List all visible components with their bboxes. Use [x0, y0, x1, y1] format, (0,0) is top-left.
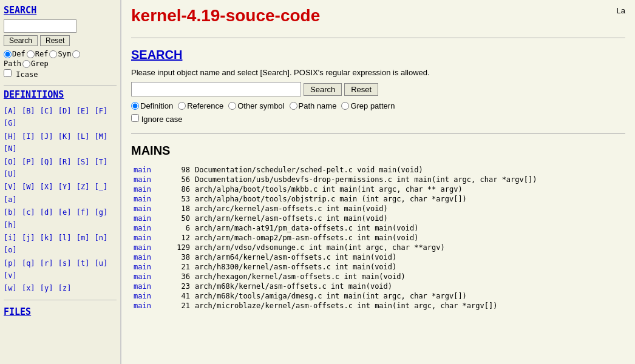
alpha-link[interactable]: [C] [40, 107, 53, 115]
result-link[interactable]: main [134, 195, 151, 203]
alpha-link[interactable]: [A] [4, 107, 17, 115]
sidebar-radio-path[interactable] [72, 50, 80, 58]
result-link[interactable]: main [134, 302, 151, 310]
sidebar-reset-button[interactable]: Reset [40, 35, 70, 46]
alpha-link[interactable]: [Z] [76, 183, 90, 191]
result-link[interactable]: main [134, 292, 151, 300]
alpha-link[interactable]: [M] [95, 132, 108, 141]
alpha-link[interactable]: [J] [40, 132, 53, 141]
result-link[interactable]: main [134, 204, 151, 213]
mains-title: MAINS [131, 144, 625, 158]
alpha-link[interactable]: [H] [4, 132, 17, 141]
result-link[interactable]: main [134, 272, 151, 281]
result-link[interactable]: main [134, 234, 151, 242]
result-link[interactable]: main [134, 166, 151, 174]
sidebar-definitions-title[interactable]: DEFINITIONS [4, 89, 117, 100]
alpha-link[interactable]: [R] [58, 158, 72, 166]
result-path: arch/hexagon/kernel/asm-offsets.c int ma… [192, 272, 625, 281]
alpha-link[interactable]: [V] [4, 183, 17, 191]
alpha-link[interactable]: [k] [40, 234, 53, 242]
alpha-link[interactable]: [L] [76, 132, 90, 141]
alpha-link[interactable]: [P] [22, 158, 35, 166]
alpha-link[interactable]: [Q] [40, 158, 53, 166]
main-radio-reference[interactable]: Reference [178, 101, 223, 110]
alpha-link[interactable]: [y] [40, 284, 53, 292]
alpha-link[interactable]: [N] [4, 144, 17, 153]
sidebar-search-button[interactable]: Search [4, 35, 38, 46]
alpha-link[interactable]: [r] [40, 259, 53, 268]
table-row: main86arch/alpha/boot/tools/mkbb.c int m… [131, 184, 625, 194]
main-radio-path[interactable]: Path name [290, 101, 337, 110]
main-search-button[interactable]: Search [304, 83, 342, 96]
alpha-link[interactable]: [W] [22, 183, 35, 191]
alpha-link[interactable]: [i] [4, 234, 17, 242]
sidebar-radio-ref[interactable]: Ref [27, 50, 49, 58]
sidebar-search-title[interactable]: SEARCH [4, 5, 117, 16]
alpha-link[interactable]: [s] [58, 259, 72, 268]
alpha-link[interactable]: [p] [4, 259, 17, 268]
alpha-link[interactable]: [g] [95, 208, 108, 217]
result-path: arch/arm/vdso/vdsomunge.c int main(int a… [192, 243, 625, 252]
alpha-link[interactable]: [w] [4, 284, 17, 292]
alpha-link[interactable]: [l] [58, 234, 72, 242]
alpha-link[interactable]: [F] [95, 107, 108, 115]
alpha-link[interactable]: [T] [95, 158, 108, 166]
sidebar-icase-label[interactable]: Icase [4, 69, 38, 79]
alpha-link[interactable]: [d] [40, 208, 53, 217]
alpha-link[interactable]: [b] [4, 208, 17, 217]
sidebar-radio-sym[interactable]: Sym [49, 50, 71, 58]
alpha-link[interactable]: [B] [22, 107, 35, 115]
result-num: 38 [165, 252, 192, 262]
alpha-link[interactable]: [Y] [58, 183, 72, 191]
result-link[interactable]: main [134, 253, 151, 261]
sidebar-search-input[interactable] [4, 19, 76, 33]
alpha-link[interactable]: [c] [22, 208, 35, 217]
result-link[interactable]: main [134, 214, 151, 223]
alpha-link[interactable]: [X] [40, 183, 53, 191]
alpha-link[interactable]: [G] [4, 119, 17, 127]
alpha-link[interactable]: [D] [58, 107, 72, 115]
main-search-title[interactable]: SEARCH [131, 48, 625, 62]
result-link[interactable]: main [134, 175, 151, 184]
alpha-link[interactable]: [v] [4, 271, 17, 280]
result-link[interactable]: main [134, 282, 151, 291]
sidebar-icase-checkbox[interactable] [4, 69, 12, 77]
result-link[interactable]: main [134, 263, 151, 271]
main-radio-grep[interactable]: Grep pattern [341, 101, 395, 110]
main-radio-definition[interactable]: Definition [131, 101, 173, 110]
alpha-link[interactable]: [o] [4, 246, 17, 254]
alpha-link[interactable]: [m] [76, 234, 90, 242]
result-link[interactable]: main [134, 243, 151, 252]
alpha-link[interactable]: [t] [76, 259, 90, 268]
alpha-link[interactable]: [a] [4, 195, 17, 204]
alpha-link[interactable]: [u] [95, 259, 108, 268]
main-reset-button[interactable]: Reset [344, 83, 378, 96]
sidebar-radio-grep[interactable]: Grep [22, 59, 49, 68]
alpha-link[interactable]: [h] [4, 221, 17, 229]
main-radio-group: Definition Reference Other symbol Path n… [131, 101, 625, 110]
alpha-link[interactable]: [O] [4, 158, 17, 166]
result-num: 18 [165, 204, 192, 214]
main-icase-checkbox[interactable] [131, 114, 139, 122]
alpha-link[interactable]: [S] [76, 158, 90, 166]
result-link[interactable]: main [134, 224, 151, 232]
alpha-link[interactable]: [e] [58, 208, 72, 217]
alpha-link[interactable]: [n] [95, 234, 108, 242]
main-icase-label[interactable]: Ignore case [131, 114, 183, 124]
alpha-link[interactable]: [j] [22, 234, 35, 242]
alpha-link[interactable]: [_] [95, 183, 108, 191]
sidebar-files-title[interactable]: FILES [4, 306, 117, 317]
result-link[interactable]: main [134, 185, 151, 194]
alpha-link[interactable]: [K] [58, 132, 72, 141]
main-radio-other[interactable]: Other symbol [228, 101, 284, 110]
alpha-link[interactable]: [f] [76, 208, 90, 217]
alpha-link[interactable]: [x] [22, 284, 35, 292]
sidebar-radio-def[interactable]: Def [4, 50, 25, 58]
alpha-link[interactable]: [U] [4, 170, 17, 178]
main-search-row: Search Reset [131, 82, 625, 96]
alpha-link[interactable]: [q] [22, 259, 35, 268]
alpha-link[interactable]: [I] [22, 132, 35, 141]
alpha-link[interactable]: [z] [58, 284, 72, 292]
alpha-link[interactable]: [E] [76, 107, 90, 115]
main-search-input[interactable] [131, 82, 301, 96]
